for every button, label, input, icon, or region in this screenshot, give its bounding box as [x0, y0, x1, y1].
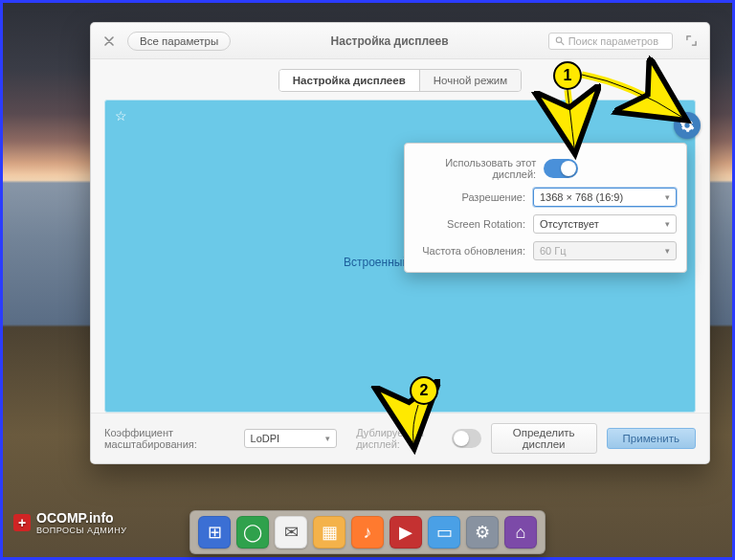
display-settings-window: Все параметры Настройка дисплеев Настрой… [90, 22, 710, 464]
back-all-settings-button[interactable]: Все параметры [127, 32, 231, 51]
music-icon[interactable]: ♪ [351, 516, 384, 549]
chevron-down-icon: ▾ [325, 434, 330, 443]
appcenter-icon[interactable]: ⌂ [504, 516, 537, 549]
dock: ⊞◯✉▦♪▶▭⚙⌂ [189, 510, 546, 554]
scale-select[interactable]: LoDPI▾ [244, 429, 338, 448]
tab-segment: Настройка дисплеев Ночной режим [278, 69, 522, 92]
use-display-label: Использовать этот дисплей: [414, 157, 536, 180]
tab-displays[interactable]: Настройка дисплеев [279, 70, 419, 91]
watermark-sub: ВОПРОСЫ АДМИНУ [36, 526, 127, 535]
display-settings-gear-button[interactable] [674, 112, 701, 139]
mirror-label: Дублируемый дисплей: [356, 427, 445, 450]
chevron-down-icon: ▾ [665, 219, 670, 229]
chevron-down-icon: ▾ [665, 192, 670, 202]
display-settings-popover: Использовать этот дисплей: Разрешение: 1… [404, 143, 687, 273]
chevron-down-icon: ▾ [665, 246, 670, 256]
footer-bar: Коэффициент масштабирования: LoDPI▾ Дубл… [91, 413, 709, 463]
tabs: Настройка дисплеев Ночной режим [91, 59, 709, 100]
photos-icon[interactable]: ▭ [428, 516, 460, 549]
mail-icon[interactable]: ✉ [275, 516, 307, 549]
rotation-select[interactable]: Отсутствует▾ [533, 214, 677, 234]
rotation-label: Screen Rotation: [447, 218, 525, 230]
search-icon [555, 35, 565, 46]
search-input[interactable] [568, 35, 666, 47]
refresh-select: 60 Гц▾ [533, 241, 677, 260]
watermark-plus-icon: + [13, 514, 31, 531]
multitasking-icon[interactable]: ⊞ [198, 516, 231, 549]
apply-button[interactable]: Применить [607, 428, 696, 449]
search-field[interactable] [548, 33, 673, 50]
titlebar: Все параметры Настройка дисплеев [91, 23, 709, 59]
use-display-toggle[interactable] [544, 159, 577, 178]
mirror-display-group: Дублируемый дисплей: [356, 427, 481, 450]
resolution-label: Разрешение: [461, 191, 525, 203]
settings-icon[interactable]: ⚙ [466, 516, 499, 549]
svg-point-0 [556, 37, 561, 42]
scale-label: Коэффициент масштабирования: [104, 427, 234, 450]
window-title: Настройка дисплеев [238, 34, 541, 48]
primary-display-star-icon: ☆ [115, 108, 127, 123]
gear-icon [679, 118, 695, 133]
watermark: + OCOMP.info ВОПРОСЫ АДМИНУ [13, 510, 127, 535]
tab-night-light[interactable]: Ночной режим [419, 70, 522, 91]
video-icon[interactable]: ▶ [390, 516, 422, 549]
watermark-brand: OCOMP.info [36, 510, 114, 526]
refresh-label: Частота обновления: [422, 245, 525, 257]
close-icon[interactable] [99, 31, 120, 52]
browser-icon[interactable]: ◯ [236, 516, 269, 549]
detect-displays-button[interactable]: Определить дисплеи [491, 423, 597, 454]
display-arrangement-canvas[interactable]: ☆ Встроенный дисплей Использовать этот д… [104, 100, 696, 413]
maximize-icon[interactable] [680, 31, 702, 52]
svg-line-1 [561, 42, 563, 44]
calendar-icon[interactable]: ▦ [313, 516, 345, 549]
mirror-display-toggle[interactable] [452, 429, 481, 448]
resolution-select[interactable]: 1368 × 768 (16:9)▾ [533, 188, 677, 207]
